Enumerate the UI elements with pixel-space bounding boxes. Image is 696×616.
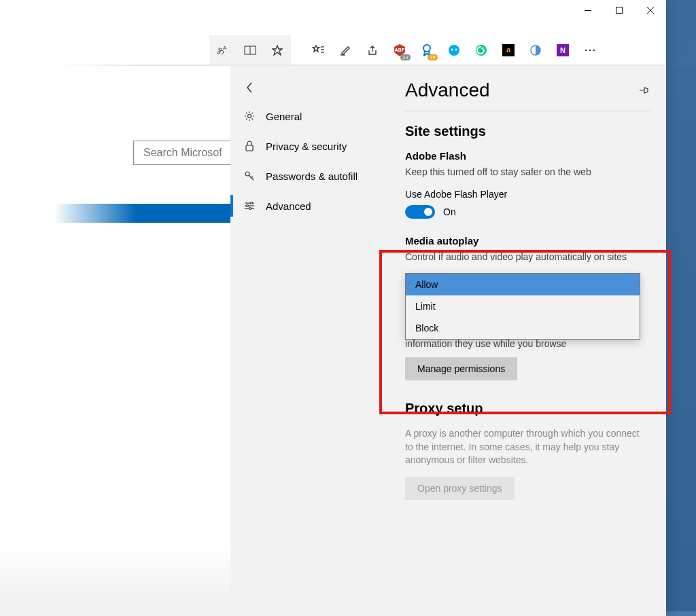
page-banner xyxy=(0,204,231,223)
svg-point-33 xyxy=(249,208,251,210)
settings-content: Advanced Site settings Adobe Flash Keep … xyxy=(389,66,666,616)
browser-window: あA ABP22 39 a N General Pr xyxy=(0,0,666,616)
permissions-desc-partial: information they use while you browse xyxy=(405,338,650,349)
nav-label: Advanced xyxy=(266,200,311,212)
rewards-badge: 39 xyxy=(428,54,438,60)
svg-rect-0 xyxy=(585,10,591,11)
svg-rect-1 xyxy=(616,7,623,14)
adblock-icon[interactable]: ABP22 xyxy=(386,37,413,64)
ghostery-icon[interactable] xyxy=(440,37,468,64)
notes-icon[interactable] xyxy=(332,37,359,64)
nav-item-passwords[interactable]: Passwords & autofill xyxy=(230,161,389,191)
flash-title: Adobe Flash xyxy=(405,150,650,162)
rewards-icon[interactable]: 39 xyxy=(413,37,440,64)
panel-title: Advanced xyxy=(405,79,490,101)
settings-flyout: General Privacy & security Passwords & a… xyxy=(230,66,666,616)
onenote-icon[interactable]: N xyxy=(549,37,576,64)
svg-point-14 xyxy=(451,49,453,51)
browser-toolbar: あA ABP22 39 a N xyxy=(0,35,666,65)
autoplay-desc: Control if audio and video play automati… xyxy=(405,251,650,264)
dropdown-option-block[interactable]: Block xyxy=(406,317,640,339)
window-titlebar xyxy=(0,0,666,20)
svg-point-22 xyxy=(585,50,587,51)
svg-point-24 xyxy=(593,50,595,51)
dropdown-option-limit[interactable]: Limit xyxy=(406,295,640,317)
svg-text:ABP: ABP xyxy=(395,48,405,52)
lock-icon xyxy=(241,141,258,151)
favorites-list-icon[interactable] xyxy=(304,37,332,64)
svg-point-32 xyxy=(247,205,249,207)
autoplay-title: Media autoplay xyxy=(405,235,650,247)
open-proxy-button[interactable]: Open proxy settings xyxy=(405,477,515,500)
minimize-button[interactable] xyxy=(572,0,604,20)
maximize-button[interactable] xyxy=(604,0,635,20)
nav-item-advanced[interactable]: Advanced xyxy=(230,191,389,221)
share-icon[interactable] xyxy=(359,37,386,64)
nav-label: General xyxy=(266,111,302,122)
svg-text:a: a xyxy=(506,46,511,54)
translate-icon[interactable]: あA xyxy=(209,37,237,64)
section-proxy: Proxy setup xyxy=(405,401,650,416)
nav-item-general[interactable]: General xyxy=(230,101,389,131)
back-button[interactable] xyxy=(234,74,264,101)
extension-icon[interactable] xyxy=(522,37,549,64)
svg-point-25 xyxy=(248,115,251,118)
grammarly-icon[interactable] xyxy=(468,37,495,64)
flash-toggle-label: Use Adobe Flash Player xyxy=(405,189,650,200)
search-input[interactable] xyxy=(133,141,232,165)
reading-view-icon[interactable] xyxy=(237,37,264,64)
gear-icon xyxy=(241,111,258,122)
manage-permissions-button[interactable]: Manage permissions xyxy=(405,357,517,380)
flash-desc: Keep this turned off to stay safer on th… xyxy=(405,166,650,179)
pin-icon[interactable] xyxy=(639,86,650,95)
svg-text:A: A xyxy=(223,45,227,51)
adblock-badge: 22 xyxy=(400,54,411,60)
sliders-icon xyxy=(241,201,258,211)
svg-rect-26 xyxy=(246,145,253,151)
favorite-star-icon[interactable] xyxy=(264,37,291,64)
svg-point-15 xyxy=(455,49,457,51)
key-icon xyxy=(241,170,258,181)
svg-point-13 xyxy=(449,45,459,56)
nav-label: Passwords & autofill xyxy=(266,170,358,182)
svg-point-31 xyxy=(251,202,253,204)
section-site-settings: Site settings xyxy=(405,124,650,139)
svg-point-12 xyxy=(423,45,430,52)
settings-nav: General Privacy & security Passwords & a… xyxy=(230,66,389,616)
nav-label: Privacy & security xyxy=(266,141,347,152)
svg-point-23 xyxy=(589,50,591,51)
flash-toggle[interactable] xyxy=(405,205,435,219)
dropdown-option-allow[interactable]: Allow xyxy=(406,274,640,295)
flash-toggle-state: On xyxy=(443,206,456,217)
svg-text:N: N xyxy=(560,46,566,54)
more-icon[interactable] xyxy=(576,37,604,64)
nav-item-privacy[interactable]: Privacy & security xyxy=(230,131,389,161)
proxy-desc: A proxy is another computer through whic… xyxy=(405,427,650,467)
close-button[interactable] xyxy=(635,0,666,20)
amazon-icon[interactable]: a xyxy=(495,37,522,64)
